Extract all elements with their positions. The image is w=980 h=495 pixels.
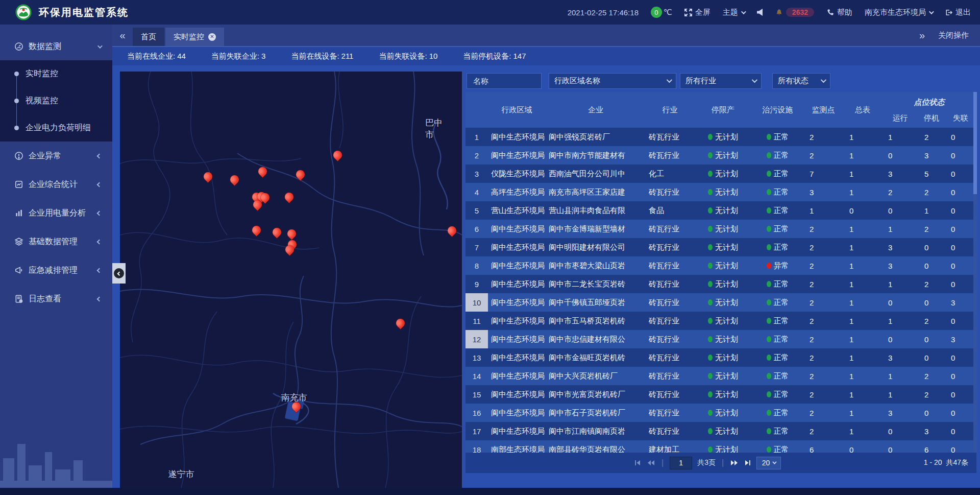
table-row[interactable]: 11阆中生态环境局阆中市五马桥页岩机砖砖瓦行业无计划正常21120 — [465, 312, 976, 330]
cell-industry: 砖瓦行业 — [646, 390, 694, 399]
cell-company: 阆中明阳建材有限公司 — [546, 243, 646, 252]
sidebar-subitem-2[interactable]: 企业电力负荷明细 — [0, 114, 112, 142]
table-row[interactable]: 9阆中生态环境局阆中市二龙长宝页岩砖砖瓦行业无计划正常21120 — [465, 275, 976, 293]
name-search-input[interactable] — [472, 76, 536, 86]
status-dot-icon — [767, 355, 771, 361]
cell-stopped: 3 — [918, 151, 945, 160]
map-panel[interactable]: 巴中市南充市遂宁市 — [120, 72, 462, 488]
cell-facility-status: 正常 — [752, 298, 803, 308]
sidebar-item-3[interactable]: 企业用电量分析 — [0, 199, 112, 227]
table-row[interactable]: 1阆中生态环境局阆中强锐页岩砖厂砖瓦行业无计划正常21120 — [465, 128, 976, 146]
table-row[interactable]: 2阆中生态环境局阆中市南方节能建材有砖瓦行业无计划正常21030 — [465, 146, 976, 164]
close-operations-button[interactable]: 关闭操作 — [938, 31, 969, 40]
pagination-bar: | 共3页 | 20 — [465, 453, 976, 473]
table-row[interactable]: 4高坪生态环境局南充市高坪区王家店建砖瓦行业无计划正常31220 — [465, 183, 976, 201]
status-dot-icon — [708, 428, 713, 434]
sidebar-item-0[interactable]: 数据监测 — [0, 33, 112, 60]
enterprise-panel: 行政区域名称 所有行业 所有状态 行政区域企业行业停限产治污设施监测点总表点位状… — [465, 72, 976, 473]
cell-facility-status: 异常 — [752, 261, 803, 271]
sidebar-item-1[interactable]: 企业异常 — [0, 142, 112, 170]
row-index: 9 — [465, 275, 488, 293]
first-page-button[interactable] — [634, 459, 642, 466]
temperature-unit: ℃ — [664, 8, 672, 17]
row-index: 1 — [465, 128, 488, 146]
cell-company: 西南油气田分公司川中 — [546, 169, 646, 179]
stat-square-icon — [14, 180, 23, 189]
table-row[interactable]: 17阆中生态环境局阆中市江南镇阆南页岩砖瓦行业无计划正常21030 — [465, 422, 976, 440]
column-group-header: 点位状态 — [882, 92, 976, 108]
sidebar-subitem-1[interactable]: 视频监控 — [0, 87, 112, 114]
cell-stopped: 0 — [918, 243, 945, 252]
fullscreen-button[interactable]: 全屏 — [684, 8, 710, 17]
previous-page-button[interactable] — [647, 459, 655, 466]
help-button[interactable]: 帮助 — [826, 8, 852, 17]
sidebar-subitem-label: 企业电力负荷明细 — [26, 123, 91, 133]
table-row[interactable]: 8阆中生态环境局阆中市枣碧大梁山页岩砖瓦行业无计划异常21300 — [465, 256, 976, 275]
cell-stopped: 2 — [918, 317, 945, 325]
chevron-down-icon — [741, 9, 746, 14]
table-row[interactable]: 5营山生态环境局营山县润丰肉食品有限食品无计划正常10010 — [465, 201, 976, 220]
tabs-scroll-right-button[interactable]: » — [919, 25, 925, 46]
row-index: 10 — [465, 293, 488, 312]
status-dot-icon — [767, 373, 771, 379]
logout-button[interactable]: 退出 — [945, 8, 971, 17]
chevron-down-icon — [929, 9, 934, 14]
status-dot-icon — [767, 410, 771, 416]
table-row[interactable]: 16阆中生态环境局阆中市石子页岩机砖厂砖瓦行业无计划正常21300 — [465, 404, 976, 422]
cell-stop-plan: 无计划 — [694, 335, 752, 344]
stat-item-0: 当前在线企业:44 — [125, 52, 186, 61]
table-row[interactable]: 15阆中生态环境局阆中市光富页岩机砖厂砖瓦行业无计划正常21120 — [465, 385, 976, 404]
chevron-left-icon — [114, 268, 124, 278]
org-dropdown[interactable]: 南充市生态环境局 — [865, 8, 933, 17]
cell-stop-plan: 无计划 — [694, 408, 752, 418]
row-index: 16 — [465, 404, 488, 422]
column-header-1: 行政区域 — [488, 92, 546, 128]
cell-running: 1 — [882, 225, 918, 233]
stat-item-4: 当前停机设备:147 — [461, 52, 526, 61]
mute-button[interactable] — [757, 9, 763, 16]
region-select[interactable]: 行政区域名称 — [549, 73, 676, 89]
row-index: 6 — [465, 220, 488, 238]
table-scrollbar[interactable] — [973, 92, 977, 453]
sidebar-subitem-0[interactable]: 实时监控 — [0, 60, 112, 87]
tabs-scroll-left-button[interactable]: « — [112, 25, 133, 46]
sidebar-item-2[interactable]: 企业综合统计 — [0, 170, 112, 199]
bullet-dot-icon — [14, 126, 19, 130]
cell-lost: 0 — [945, 262, 976, 270]
table-row[interactable]: 18南部生态环境局南部县砖华页岩有限公建材加工无计划正常60060 — [465, 440, 976, 453]
notifications[interactable]: 2632 — [775, 8, 814, 17]
cell-running: 0 — [882, 445, 918, 453]
table-row[interactable]: 3仪陇生态环境局西南油气田分公司川中化工无计划正常71350 — [465, 164, 976, 183]
last-page-button[interactable] — [744, 459, 751, 466]
sidebar-item-label: 企业用电量分析 — [29, 208, 86, 219]
table-row[interactable]: 6阆中生态环境局阆中市金博瑞新型墙材砖瓦行业无计划正常21120 — [465, 220, 976, 238]
sidebar-item-6[interactable]: 日志查看 — [0, 285, 112, 313]
cell-region: 阆中生态环境局 — [488, 353, 546, 363]
cell-stop-plan: 无计划 — [694, 206, 752, 216]
sidebar-collapse-handle[interactable] — [112, 263, 126, 284]
city-skyline-decoration — [0, 427, 112, 488]
tab-0[interactable]: 首页 — [133, 28, 164, 46]
cell-company: 阆中市南方节能建材有 — [546, 151, 646, 160]
status-select[interactable]: 所有状态 — [772, 73, 830, 89]
page-number-input[interactable] — [670, 457, 692, 469]
chevron-down-icon — [821, 77, 826, 83]
alert-circle-icon — [14, 151, 23, 160]
theme-dropdown[interactable]: 主题 — [723, 8, 745, 17]
cell-stop-plan: 无计划 — [694, 187, 752, 197]
table-row[interactable]: 13阆中生态环境局阆中市金福旺页岩机砖砖瓦行业无计划正常21300 — [465, 348, 976, 367]
next-page-button[interactable] — [730, 459, 739, 466]
table-row[interactable]: 7阆中生态环境局阆中明阳建材有限公司砖瓦行业无计划正常21300 — [465, 238, 976, 256]
gauge-icon — [14, 42, 23, 51]
page-size-select[interactable]: 20 — [756, 457, 781, 469]
table-row[interactable]: 12阆中生态环境局阆中市忠信建材有限公砖瓦行业无计划正常21003 — [465, 330, 976, 348]
cell-running: 0 — [882, 151, 918, 160]
table-row[interactable]: 14阆中生态环境局阆中大兴页岩机砖厂砖瓦行业无计划正常21120 — [465, 367, 976, 385]
cell-stopped: 2 — [918, 188, 945, 197]
table-row[interactable]: 10阆中生态环境局阆中千佛镇五郎垭页岩砖瓦行业无计划正常21003 — [465, 293, 976, 312]
sidebar-item-4[interactable]: 基础数据管理 — [0, 227, 112, 256]
tab-1[interactable]: 实时监控✕ — [165, 28, 224, 46]
sidebar-item-5[interactable]: 应急减排管理 — [0, 256, 112, 285]
industry-select[interactable]: 所有行业 — [680, 73, 762, 89]
close-icon[interactable]: ✕ — [208, 33, 216, 41]
